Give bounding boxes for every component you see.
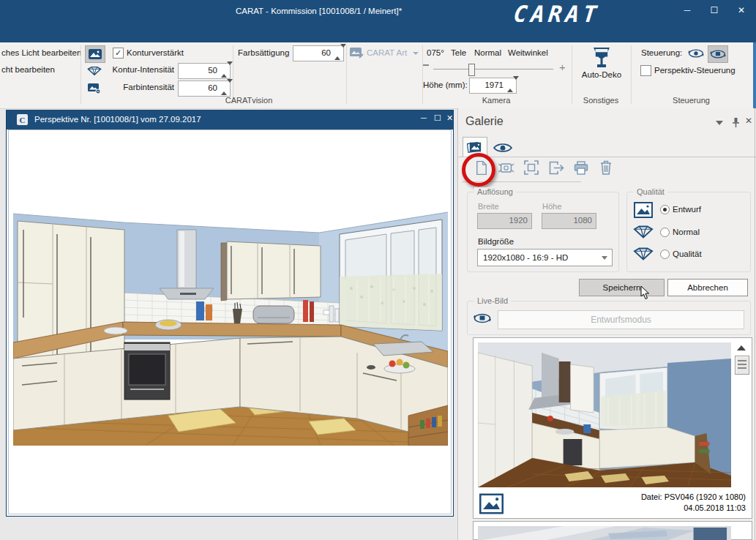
thumbnail-image-icon <box>479 493 504 514</box>
perspektiv-steuerung-label: Perspektiv-Steuerung <box>654 66 736 75</box>
livebild-group-label: Live-Bild <box>474 296 511 305</box>
galerie-title: Galerie <box>465 115 504 128</box>
farbintensitaet-label: Farbintensität <box>102 83 174 91</box>
perspective-window-titlebar[interactable]: C Perspektive Nr. [1001008/1] vom 27.09.… <box>7 110 453 130</box>
qualitaet-gem-icon <box>633 247 654 261</box>
pwin-minimize-icon[interactable]: ─ <box>421 113 427 122</box>
radio-entwurf[interactable] <box>660 205 670 214</box>
gallery-thumbnail-card-2[interactable] <box>473 521 752 540</box>
trash-icon <box>600 160 612 175</box>
kontur-intensitaet-spinner[interactable]: 50 <box>178 63 231 79</box>
camera-weitwinkel[interactable]: Weitwinkel <box>508 48 548 57</box>
orbit-camera-icon <box>710 48 726 60</box>
thumbnail-file-label: Datei: PSV046 (1920 x 1080) <box>641 492 746 501</box>
perspective-window: C Perspektive Nr. [1001008/1] vom 27.09.… <box>6 110 454 517</box>
camera-tele[interactable]: Tele <box>451 48 466 57</box>
hoehe-spinner[interactable]: 1971 <box>469 78 517 94</box>
export-button[interactable] <box>547 160 566 176</box>
zoom-slider-thumb[interactable] <box>468 64 475 76</box>
thumb-size-up-icon[interactable] <box>737 345 746 350</box>
livebild-orbit-icon[interactable] <box>474 312 491 325</box>
abbrechen-button[interactable]: Abbrechen <box>667 279 748 296</box>
radio-qualitaet[interactable] <box>660 250 670 259</box>
panel-menu-icon[interactable] <box>716 121 723 125</box>
maximize-icon[interactable]: ☐ <box>706 5 722 15</box>
app-root: CARAT - Kommission [1001008/1 / Meinert]… <box>0 0 756 540</box>
annotation-circle <box>462 153 495 187</box>
menu-licht-bearbeiten[interactable]: ches Licht bearbeiten <box>1 48 81 57</box>
konturverstaerkt-checkbox[interactable]: ✓ <box>113 48 124 59</box>
perspektiv-steuerung-checkbox[interactable] <box>640 65 651 76</box>
qualitaet-group: Qualität Entwurf Normal Qualität <box>626 192 751 272</box>
carat-art-label: CARAT Art <box>367 48 407 57</box>
gallery-thumbnail-card[interactable]: Datei: PSV046 (1920 x 1080) 04.05.2018 1… <box>473 337 752 519</box>
group-label-steuerung: Steuerung <box>631 96 752 105</box>
aufloesung-group-label: Auflösung <box>474 187 516 196</box>
perspective-window-title: Perspektive Nr. [1001008/1] vom 27.09.20… <box>34 115 201 124</box>
auto-deko-icon <box>592 47 611 69</box>
breite-label: Breite <box>478 202 499 211</box>
hoehe-label: Höhe (mm): <box>423 80 468 89</box>
vision-settings-button[interactable] <box>85 80 104 97</box>
entwurfsmodus-button: Entwurfsmodus <box>498 310 744 329</box>
title-bar[interactable]: CARAT - Kommission [1001008/1 / Meinert]… <box>0 0 756 22</box>
carat-art-dropdown-icon <box>413 52 419 55</box>
eye-icon <box>493 142 512 154</box>
livebild-group: Live-Bild Entwurfsmodus <box>467 301 751 335</box>
auto-deko-button[interactable]: Auto-Deko <box>576 44 627 94</box>
gem-icon <box>87 66 102 76</box>
beamer-icon <box>498 161 514 175</box>
minimize-icon[interactable]: ─ <box>679 5 695 15</box>
menu-bar: Daten Extern System Verknüpfungen Was mö… <box>0 22 756 42</box>
hoehe-label-gal: Höhe <box>542 202 561 211</box>
farbintensitaet-spinner[interactable]: 60 <box>178 80 231 97</box>
printer-icon <box>574 161 588 175</box>
camera-normal[interactable]: Normal <box>474 48 501 57</box>
vision-image-button[interactable] <box>85 45 105 63</box>
vision-gem-button[interactable] <box>85 63 104 79</box>
ribbon: ches Licht bearbeiten cht bearbeiten <box>0 42 756 109</box>
radio-normal[interactable] <box>660 228 670 237</box>
delete-button[interactable] <box>596 160 615 176</box>
fit-screen-icon <box>524 160 539 175</box>
mouse-cursor <box>640 285 650 300</box>
pin-icon[interactable] <box>732 117 740 128</box>
dropdown-arrow-icon <box>602 256 607 260</box>
fullscreen-button[interactable] <box>522 160 541 176</box>
zoom-slider-track[interactable] <box>433 69 553 70</box>
close-icon[interactable]: ✕ <box>733 5 749 15</box>
bildgroesse-dropdown[interactable]: 1920x1080 - 16:9 - HD <box>477 249 613 266</box>
bildgroesse-label: Bildgröße <box>478 237 514 246</box>
hoehe-input: 1080 <box>542 213 596 229</box>
pwin-maximize-icon[interactable]: ☐ <box>434 113 441 123</box>
entwurf-icon <box>634 202 653 218</box>
orbit-mode-1-button[interactable] <box>686 45 706 61</box>
perspective-canvas[interactable] <box>8 130 452 514</box>
pwin-close-icon[interactable]: ✕ <box>446 113 453 123</box>
orbit-eye-icon <box>688 48 704 59</box>
speichern-button[interactable]: Speichern <box>579 279 665 296</box>
image-icon <box>89 49 102 59</box>
svg-text:C: C <box>20 116 26 124</box>
capture-button[interactable] <box>497 160 516 176</box>
tab-preview[interactable] <box>490 140 515 156</box>
window-title: CARAT - Kommission [1001008/1 / Meinert]… <box>236 7 402 15</box>
thumbnail-render <box>478 342 731 487</box>
thumb-size-slider[interactable] <box>735 356 749 375</box>
group-label-kamera: Kamera <box>423 96 569 105</box>
normal-gem-icon <box>633 225 654 239</box>
normal-label: Normal <box>673 228 700 236</box>
print-button[interactable] <box>572 160 591 176</box>
menu-tageslicht-bearbeiten[interactable]: cht bearbeiten <box>1 65 55 74</box>
zoom-plus-icon[interactable]: + <box>559 61 566 73</box>
panel-close-icon[interactable]: ✕ <box>745 116 752 126</box>
kitchen-render <box>13 200 448 446</box>
carat-art-button[interactable]: CARAT Art <box>350 46 420 62</box>
qualitaet-label: Qualität <box>673 250 702 258</box>
thumbnail-date-label: 04.05.2018 11:03 <box>684 503 746 512</box>
carat-art-icon <box>350 48 364 59</box>
orbit-mode-2-button[interactable] <box>708 45 728 63</box>
farbsaettigung-spinner[interactable]: 60 <box>293 45 344 61</box>
steuerung-label: Steuerung: <box>641 48 682 57</box>
zoom-minus-icon[interactable] <box>423 64 429 66</box>
